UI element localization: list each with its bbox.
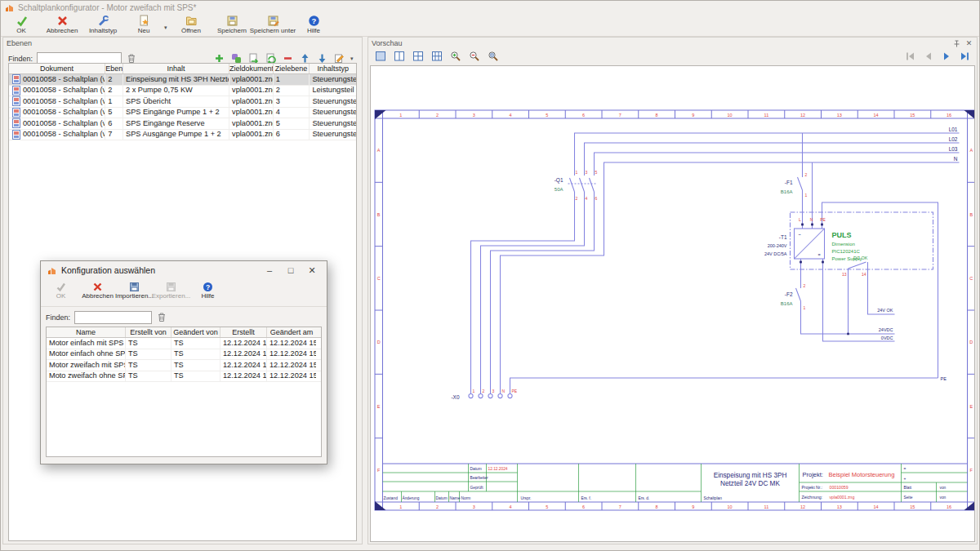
window-titlebar: Schaltplankonfigurator - Motor zweifach … bbox=[1, 1, 979, 14]
svg-text:3: 3 bbox=[492, 389, 495, 393]
table-row[interactable]: 00010058 - Schaltplan (vpla_04.zng)7SPS … bbox=[9, 130, 356, 141]
svg-text:1: 1 bbox=[473, 389, 475, 393]
neu-button[interactable]: Neu bbox=[123, 15, 164, 34]
svg-text:Dimension: Dimension bbox=[832, 242, 855, 247]
svg-text:11: 11 bbox=[764, 504, 769, 509]
table-row[interactable]: 00010058 - Schaltplan (vpla_01.zng)2Eins… bbox=[9, 74, 356, 86]
table-row[interactable]: Motor zweifach mit SPSTSTS12.12.2024 15:… bbox=[47, 360, 321, 371]
cell-zielebene: 5 bbox=[274, 118, 310, 129]
cell-inhalt: 2 x Pumpe 0,75 KW bbox=[123, 86, 229, 96]
cell-inhalt: SPS Ausgänge Pumpe 1 + 2 bbox=[123, 130, 229, 140]
importieren-button[interactable]: Importieren... bbox=[116, 281, 153, 300]
preview-canvas: 1122334455667788991010111112121313141415… bbox=[370, 65, 975, 542]
close-panel-icon[interactable]: ✕ bbox=[964, 39, 973, 48]
cell-inhalt: SPS Eingänge Reserve bbox=[123, 118, 229, 129]
svg-text:5: 5 bbox=[546, 504, 548, 509]
svg-text:3: 3 bbox=[586, 170, 588, 175]
cell-zieldokument: vpla0001.zng bbox=[229, 74, 274, 85]
finden-label: Finden: bbox=[46, 313, 70, 322]
dialog-finden-input[interactable] bbox=[74, 311, 152, 324]
two-pages-icon[interactable] bbox=[412, 51, 424, 62]
edit-dropdown-caret[interactable]: ▾ bbox=[350, 56, 357, 62]
table-row[interactable]: Motor einfach mit SPSTSTS12.12.2024 15:4… bbox=[47, 338, 321, 349]
last-page-icon[interactable] bbox=[959, 51, 970, 62]
document-icon bbox=[12, 118, 20, 128]
konfiguration-table: Name Erstellt von Geändert von Erstellt … bbox=[46, 327, 322, 457]
svg-text:Zustand: Zustand bbox=[384, 496, 399, 500]
table-row[interactable]: Motor einfach ohne SPSTSTS12.12.2024 15:… bbox=[47, 349, 321, 361]
hilfe-button[interactable]: ? Hilfe bbox=[293, 15, 334, 34]
dialog-hilfe-button[interactable]: ? Hilfe bbox=[189, 281, 226, 300]
column-header: Geändert von bbox=[172, 327, 220, 337]
document-icon bbox=[12, 74, 20, 84]
table-row[interactable]: 00010058 - Schaltplan (vpla_02.zng)22 x … bbox=[9, 86, 356, 97]
cell-zieldokument: vpla0001.zng bbox=[229, 96, 274, 107]
column-header: Dokument bbox=[9, 64, 105, 73]
svg-text:8: 8 bbox=[656, 504, 658, 509]
oeffnen-button[interactable]: Öffnen bbox=[171, 15, 212, 34]
clear-filter-trash-icon[interactable] bbox=[156, 312, 167, 323]
svg-text:6: 6 bbox=[582, 113, 585, 118]
svg-text:F: F bbox=[970, 468, 973, 473]
cell-inhalt: Einspeisung mit HS 3PH Netzteil 24V DC M… bbox=[123, 74, 229, 85]
inhaltstyp-button[interactable]: Inhaltstyp bbox=[82, 15, 123, 34]
svg-text:12: 12 bbox=[800, 113, 805, 118]
table-row[interactable]: 00010058 - Schaltplan (vpla_04.zng)1SPS … bbox=[9, 96, 356, 108]
table-row[interactable]: Moto zweifach ohne SPSTSTS12.12.2024 15:… bbox=[47, 371, 321, 383]
exportieren-button[interactable]: Exportieren... bbox=[153, 281, 189, 300]
neu-dropdown-caret[interactable]: ▾ bbox=[164, 24, 171, 31]
first-page-icon[interactable] bbox=[905, 51, 916, 62]
cell-geaendert_am: 12.12.2024 15:47 bbox=[267, 371, 316, 382]
column-header: Zielebene bbox=[274, 64, 310, 73]
svg-text:3: 3 bbox=[473, 113, 475, 118]
svg-text:D: D bbox=[377, 340, 381, 344]
zoom-out-icon[interactable] bbox=[469, 51, 480, 62]
svg-text:7: 7 bbox=[619, 113, 621, 118]
svg-text:Geprüft: Geprüft bbox=[470, 486, 484, 490]
svg-text:10: 10 bbox=[728, 113, 733, 118]
svg-text:2: 2 bbox=[805, 172, 808, 177]
cell-name: Motor einfach mit SPS bbox=[47, 338, 126, 349]
ok-button[interactable]: OK bbox=[1, 15, 42, 34]
svg-text:B: B bbox=[377, 212, 381, 217]
dialog-maximize-button[interactable]: □ bbox=[283, 265, 299, 275]
fit-width-icon[interactable] bbox=[394, 51, 405, 62]
dialog-titlebar[interactable]: Konfiguration auswählen – □ ✕ bbox=[41, 261, 327, 279]
abbrechen-button[interactable]: Abbrechen bbox=[42, 15, 82, 34]
column-header: Erstellt von bbox=[126, 327, 172, 337]
zoom-in-icon[interactable] bbox=[450, 51, 461, 62]
konfiguration-table-body: Motor einfach mit SPSTSTS12.12.2024 15:4… bbox=[47, 338, 321, 382]
svg-text:Norm: Norm bbox=[461, 496, 471, 500]
dialog-abbrechen-button[interactable]: Abbrechen bbox=[79, 281, 116, 300]
document-icon bbox=[12, 86, 20, 96]
svg-text:8: 8 bbox=[656, 113, 658, 118]
cell-dokument: 00010058 - Schaltplan (vpla_04.zng) bbox=[9, 118, 105, 129]
save-icon bbox=[226, 15, 238, 27]
previous-page-icon[interactable] bbox=[923, 51, 934, 62]
multi-page-icon[interactable] bbox=[431, 51, 443, 62]
cell-inhaltstyp: Steuerungsteil bbox=[310, 74, 356, 85]
svg-text:PE: PE bbox=[512, 389, 518, 393]
speichern-button[interactable]: Speichern bbox=[212, 15, 252, 34]
pin-icon[interactable] bbox=[952, 39, 961, 48]
fit-page-icon[interactable] bbox=[375, 51, 386, 62]
cell-zielebene: 6 bbox=[274, 130, 310, 140]
column-header: Geändert am bbox=[267, 327, 316, 337]
cell-ebene: 6 bbox=[105, 118, 123, 129]
table-row[interactable]: 00010058 - Schaltplan (vpla_04.zng)6SPS … bbox=[9, 118, 356, 130]
ebenen-table-body: 00010058 - Schaltplan (vpla_01.zng)2Eins… bbox=[9, 74, 356, 140]
zoom-area-icon[interactable] bbox=[488, 51, 499, 62]
dialog-minimize-button[interactable]: – bbox=[261, 265, 278, 275]
next-page-icon[interactable] bbox=[941, 51, 952, 62]
save-as-icon bbox=[267, 15, 279, 27]
speichern-unter-button[interactable]: Speichern unter bbox=[252, 15, 293, 34]
dialog-ok-button[interactable]: OK bbox=[42, 281, 79, 300]
column-header: Inhalt bbox=[123, 64, 229, 73]
svg-text:Änderung: Änderung bbox=[403, 495, 420, 500]
svg-text:24VDC: 24VDC bbox=[879, 327, 893, 332]
table-row[interactable]: 00010058 - Schaltplan (vpla_04.zng)5SPS … bbox=[9, 108, 356, 119]
svg-text:13: 13 bbox=[837, 504, 842, 509]
dialog-close-button[interactable]: ✕ bbox=[304, 265, 320, 276]
svg-text:von: von bbox=[940, 495, 947, 500]
svg-text:Blatt: Blatt bbox=[904, 486, 912, 490]
